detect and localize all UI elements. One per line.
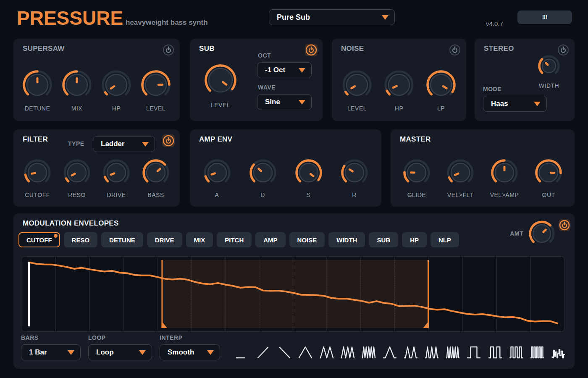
mod-tab-pitch[interactable]: PITCH bbox=[217, 232, 252, 247]
chevron-down-icon bbox=[207, 350, 214, 355]
mod-tab-mix[interactable]: MIX bbox=[186, 232, 213, 247]
filter-power-button[interactable] bbox=[162, 134, 175, 147]
width-knob[interactable] bbox=[538, 55, 560, 77]
filter-type-label: TYPE bbox=[68, 140, 84, 147]
sub-panel: SUB LEVEL OCT -1 Oct WAVE Sine bbox=[190, 39, 323, 121]
shape-peak-5-icon[interactable] bbox=[446, 345, 460, 360]
shape-ramp-up-icon[interactable] bbox=[256, 345, 270, 360]
vel-amp-knob[interactable] bbox=[491, 159, 518, 186]
supersaw-power-button[interactable] bbox=[162, 44, 175, 56]
shape-triangle-1-icon[interactable] bbox=[298, 345, 312, 360]
chevron-down-icon bbox=[534, 102, 541, 106]
panic-button[interactable]: !!! bbox=[517, 10, 572, 24]
shape-peak-2-icon[interactable] bbox=[404, 345, 418, 360]
app-logo: PRESSURE bbox=[17, 7, 123, 29]
oct-value: -1 Oct bbox=[265, 66, 285, 74]
shape-peak-1-icon[interactable] bbox=[383, 345, 397, 360]
vel-flt-knob[interactable] bbox=[446, 159, 474, 186]
level-knob[interactable] bbox=[204, 64, 237, 97]
knob-group-out: OUT bbox=[535, 159, 562, 198]
oct-label: OCT bbox=[258, 52, 312, 59]
d-knob[interactable] bbox=[249, 159, 277, 186]
a-label: A bbox=[215, 192, 219, 198]
cutoff-knob[interactable] bbox=[24, 159, 51, 186]
mod-tab-nlp[interactable]: NLP bbox=[430, 232, 459, 247]
mod-tab-cutoff[interactable]: CUTOFF bbox=[18, 232, 60, 247]
shape-peak-3-icon[interactable] bbox=[425, 345, 439, 360]
detune-knob[interactable] bbox=[22, 70, 52, 100]
glide-knob[interactable] bbox=[403, 159, 430, 186]
knob-group-s: S bbox=[295, 159, 323, 198]
mod-target-tabs: CUTOFFRESODETUNEDRIVEMIXPITCHAMPNOISEWID… bbox=[18, 232, 459, 247]
shape-triangle-5-icon[interactable] bbox=[362, 345, 376, 360]
stereo-mode-select[interactable]: Haas bbox=[483, 96, 547, 112]
lp-knob[interactable] bbox=[426, 70, 456, 100]
shape-triangle-3-icon[interactable] bbox=[341, 345, 355, 360]
amp-env-title: AMP ENV bbox=[199, 135, 232, 144]
mod-tab-detune[interactable]: DETUNE bbox=[101, 232, 143, 247]
loop-select[interactable]: Loop bbox=[88, 344, 152, 360]
bars-label: BARS bbox=[21, 334, 39, 341]
shape-square-2-icon[interactable] bbox=[488, 345, 502, 360]
s-label: S bbox=[307, 192, 311, 198]
mod-tab-hp[interactable]: HP bbox=[402, 232, 427, 247]
shape-ramp-down-icon[interactable] bbox=[277, 345, 291, 360]
master-panel: MASTER GLIDE VEL>FLT VEL>AMP OUT bbox=[391, 129, 575, 207]
out-knob[interactable] bbox=[535, 159, 562, 186]
cutoff-label: CUTOFF bbox=[25, 192, 50, 198]
stereo-mode-value: Haas bbox=[491, 100, 508, 108]
mod-tab-noise[interactable]: NOISE bbox=[289, 232, 325, 247]
mod-tab-drive[interactable]: DRIVE bbox=[147, 232, 182, 247]
shape-square-1-icon[interactable] bbox=[467, 345, 481, 360]
preset-select[interactable]: Pure Sub bbox=[269, 9, 395, 25]
loop-value: Loop bbox=[96, 348, 114, 357]
shape-square-5-icon[interactable] bbox=[530, 345, 544, 360]
knob-group-bass: BASS bbox=[142, 159, 170, 198]
bars-select[interactable]: 1 Bar bbox=[21, 344, 81, 360]
interp-select[interactable]: Smooth bbox=[160, 344, 220, 360]
shape-flat-icon[interactable] bbox=[235, 345, 249, 360]
r-knob[interactable] bbox=[341, 159, 368, 186]
sub-controls: OCT -1 Oct WAVE Sine bbox=[257, 52, 312, 110]
app-tagline: heavyweight bass synth bbox=[126, 18, 208, 27]
hp-knob[interactable] bbox=[384, 70, 414, 100]
wave-select[interactable]: Sine bbox=[257, 94, 312, 110]
drive-knob[interactable] bbox=[102, 159, 130, 186]
mod-power-button[interactable] bbox=[559, 219, 570, 231]
s-knob[interactable] bbox=[295, 159, 323, 186]
mod-tab-sub[interactable]: SUB bbox=[369, 232, 398, 247]
reso-label: RESO bbox=[68, 192, 86, 198]
preset-value: Pure Sub bbox=[277, 13, 310, 22]
mod-tab-reso[interactable]: RESO bbox=[64, 232, 98, 247]
bass-knob[interactable] bbox=[142, 159, 170, 186]
shape-triangle-2-icon[interactable] bbox=[320, 345, 334, 360]
mix-knob[interactable] bbox=[62, 70, 92, 100]
mod-tab-amp[interactable]: AMP bbox=[255, 232, 285, 247]
interp-value: Smooth bbox=[168, 348, 194, 357]
knob-group-level: LEVEL bbox=[204, 64, 237, 108]
shape-random-icon[interactable] bbox=[551, 345, 565, 360]
hp-label: HP bbox=[112, 105, 121, 112]
filter-type-select[interactable]: Ladder bbox=[93, 136, 155, 152]
noise-power-button[interactable] bbox=[449, 44, 461, 56]
shape-square-3-icon[interactable] bbox=[509, 345, 523, 360]
a-knob[interactable] bbox=[203, 159, 231, 186]
level-knob[interactable] bbox=[141, 70, 171, 100]
noise-panel: NOISE LEVEL HP LP bbox=[332, 39, 466, 121]
wave-label: WAVE bbox=[258, 84, 312, 91]
mode-label: MODE bbox=[483, 86, 501, 92]
knob-group-a: A bbox=[203, 159, 231, 198]
knob-group-level: LEVEL bbox=[141, 70, 171, 112]
oct-select[interactable]: -1 Oct bbox=[257, 62, 312, 78]
amt-knob[interactable] bbox=[528, 220, 555, 247]
level-knob[interactable] bbox=[342, 70, 372, 100]
envelope-editor[interactable] bbox=[21, 256, 565, 332]
knob-group-d: D bbox=[249, 159, 277, 198]
hp-knob[interactable] bbox=[101, 70, 131, 100]
mod-tab-width[interactable]: WIDTH bbox=[328, 232, 365, 247]
noise-title: NOISE bbox=[341, 45, 364, 53]
reso-knob[interactable] bbox=[63, 159, 91, 186]
supersaw-title: SUPERSAW bbox=[23, 45, 65, 53]
r-label: R bbox=[352, 192, 357, 198]
chevron-down-icon bbox=[299, 100, 305, 105]
